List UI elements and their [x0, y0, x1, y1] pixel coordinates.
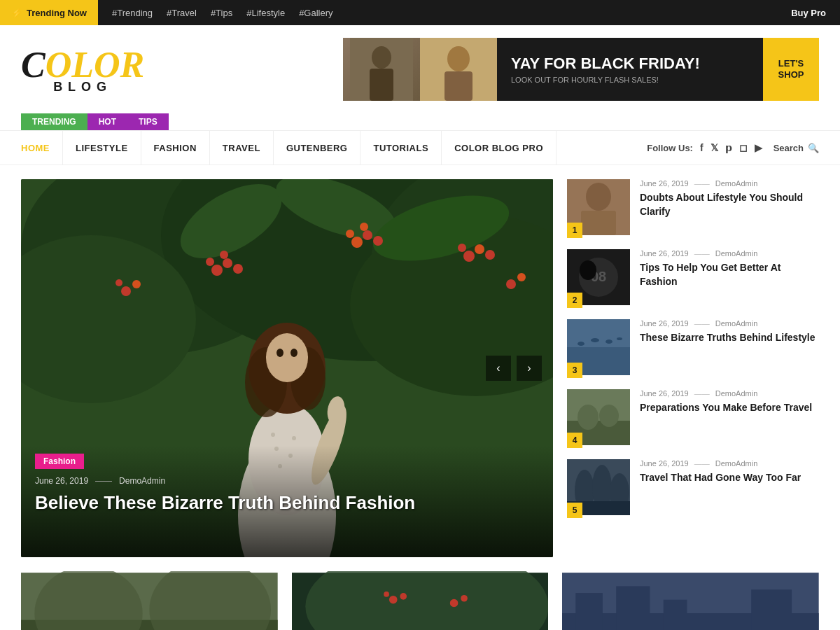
bottom-card-2[interactable]	[292, 571, 549, 630]
bottom-card-1[interactable]	[21, 571, 278, 630]
top-nav-tips[interactable]: #Tips	[211, 8, 232, 18]
sidebar-meta-1: June 26, 2019 —— DemoAdmin	[640, 179, 819, 188]
svg-point-40	[271, 433, 275, 437]
instagram-icon[interactable]: ◻	[739, 142, 748, 153]
trending-now-badge: ⚡ Trending Now	[0, 0, 98, 25]
twitter-icon[interactable]: 𝕏	[710, 142, 718, 153]
svg-point-61	[578, 342, 584, 346]
svg-point-84	[461, 595, 468, 602]
bottom-grid	[0, 571, 840, 630]
sidebar-num-5: 5	[567, 503, 582, 518]
svg-point-18	[233, 264, 243, 274]
tab-tips[interactable]: TIPS	[127, 113, 169, 130]
svg-point-47	[266, 333, 308, 382]
slider-author: DemoAdmin	[119, 476, 165, 486]
svg-point-20	[351, 237, 363, 248]
top-nav-lifestyle[interactable]: #Lifestyle	[246, 8, 285, 18]
top-bar: ⚡ Trending Now #Trending #Travel #Tips #…	[0, 0, 840, 25]
sidebar-dash-3: ——	[694, 319, 710, 328]
sidebar-title-2[interactable]: Tips To Help You Get Better At Fashion	[640, 261, 819, 288]
buy-pro-link[interactable]: Buy Pro	[791, 8, 840, 18]
sidebar-author-5: DemoAdmin	[715, 459, 758, 468]
sidebar-thumb-4: 4	[567, 389, 630, 448]
tab-hot[interactable]: HOT	[88, 113, 127, 130]
sidebar-author-2: DemoAdmin	[715, 249, 758, 258]
pinterest-icon[interactable]: 𝗽	[725, 142, 732, 153]
sidebar-date-1: June 26, 2019	[640, 179, 689, 188]
slider-next-button[interactable]: ›	[517, 356, 542, 381]
sidebar-dash-1: ——	[694, 179, 710, 188]
slider-date-author: June 26, 2019 —— DemoAdmin	[35, 476, 415, 486]
sidebar-meta-3: June 26, 2019 —— DemoAdmin	[640, 319, 819, 328]
svg-point-4	[447, 46, 470, 71]
logo: COLOR BLOG	[21, 44, 144, 94]
sidebar-title-5[interactable]: Travel That Had Gone Way Too Far	[640, 471, 819, 485]
svg-point-23	[373, 236, 383, 246]
slider-category-badge[interactable]: Fashion	[35, 454, 84, 469]
top-nav-travel[interactable]: #Travel	[167, 8, 197, 18]
nav-gutenberg[interactable]: GUTENBERG	[274, 130, 361, 165]
banner-photos	[343, 38, 497, 101]
nav-tutorials[interactable]: TUTORIALS	[360, 130, 442, 165]
svg-point-48	[276, 349, 284, 357]
follow-us: Follow Us: f 𝕏 𝗽 ◻ ▶	[647, 142, 762, 153]
banner-headline: YAY FOR BLACK FRIDAY!	[511, 55, 749, 73]
bottom-card-img-1	[21, 571, 278, 630]
header: COLOR BLOG YAY FOR BLACK	[0, 25, 840, 113]
sidebar-content-2: June 26, 2019 —— DemoAdmin Tips To Help …	[640, 249, 819, 288]
nav-fashion[interactable]: FASHION	[141, 130, 210, 165]
svg-point-33	[517, 273, 526, 281]
youtube-icon[interactable]: ▶	[755, 142, 762, 153]
facebook-icon[interactable]: f	[700, 142, 704, 153]
banner-cta-button[interactable]: LET'S SHOP	[763, 38, 819, 101]
svg-rect-89	[664, 600, 687, 630]
banner-photo-2	[420, 38, 497, 101]
nav-travel[interactable]: TRAVEL	[210, 130, 274, 165]
svg-point-76	[34, 571, 142, 630]
svg-point-64	[617, 337, 622, 340]
social-icons: f 𝕏 𝗽 ◻ ▶	[700, 142, 762, 153]
banner-ad[interactable]: YAY FOR BLACK FRIDAY! LOOK OUT FOR HOURL…	[343, 38, 819, 101]
sidebar-thumb-1: 1	[567, 179, 630, 238]
top-nav-trending[interactable]: #Trending	[112, 8, 153, 18]
search-button[interactable]: Search 🔍	[774, 143, 819, 153]
svg-rect-2	[370, 69, 393, 101]
sidebar-author-4: DemoAdmin	[715, 389, 758, 398]
bottom-card-img-2	[292, 571, 549, 630]
top-nav-gallery[interactable]: #Gallery	[299, 8, 332, 18]
svg-point-26	[475, 244, 484, 254]
sidebar-author-3: DemoAdmin	[715, 319, 758, 328]
sidebar-date-3: June 26, 2019	[640, 319, 689, 328]
bolt-icon: ⚡	[11, 8, 22, 18]
svg-point-39	[292, 436, 296, 440]
slider-prev-button[interactable]: ‹	[486, 356, 511, 381]
svg-point-83	[449, 599, 458, 608]
svg-point-58	[580, 260, 596, 280]
sidebar-thumb-5: 5	[567, 459, 630, 518]
nav-home[interactable]: HOME	[21, 130, 63, 165]
sidebar-num-2: 2	[567, 293, 582, 308]
tab-trending[interactable]: TRENDING	[21, 113, 88, 130]
sidebar-item-3: 3 June 26, 2019 —— DemoAdmin These Bizar…	[567, 319, 819, 378]
sidebar-title-3[interactable]: These Bizarre Truths Behind Lifestyle	[640, 331, 819, 345]
svg-rect-90	[752, 589, 792, 630]
sidebar-date-4: June 26, 2019	[640, 389, 689, 398]
sidebar-dash-5: ——	[694, 459, 710, 468]
nav-color-blog-pro[interactable]: COLOR BLOG PRO	[442, 130, 556, 165]
sidebar-thumb-2: 08 2	[567, 249, 630, 308]
sidebar-meta-5: June 26, 2019 —— DemoAdmin	[640, 459, 819, 468]
sidebar-num-1: 1	[567, 223, 582, 238]
sidebar-title-4[interactable]: Preparations You Make Before Travel	[640, 401, 819, 415]
sidebar-date-5: June 26, 2019	[640, 459, 689, 468]
search-label: Search	[774, 143, 804, 153]
sidebar-item-2: 08 2 June 26, 2019 —— DemoAdmin Tips To …	[567, 249, 819, 308]
svg-point-68	[599, 405, 619, 427]
sidebar-date-2: June 26, 2019	[640, 249, 689, 258]
svg-point-25	[463, 251, 475, 262]
content-area: ‹ › Fashion June 26, 2019 —— DemoAdmin B…	[0, 165, 840, 571]
nav-lifestyle[interactable]: LIFESTYLE	[63, 130, 141, 165]
sidebar-title-1[interactable]: Doubts About Lifestyle You Should Clarif…	[640, 191, 819, 218]
bottom-card-3[interactable]	[562, 571, 819, 630]
svg-point-31	[115, 279, 122, 286]
banner-man-svg	[350, 38, 413, 101]
